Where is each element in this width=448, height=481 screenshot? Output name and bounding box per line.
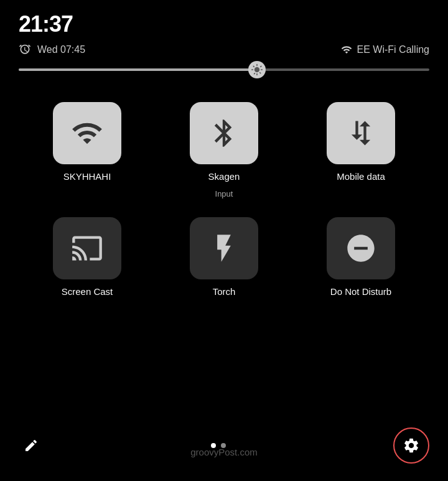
tile-bluetooth[interactable]: Skagen Input [156, 102, 292, 198]
tile-label-wifi: SKYHHAHI [63, 170, 111, 183]
settings-button[interactable] [393, 427, 429, 464]
dot-2 [221, 443, 226, 448]
network-label: EE Wi-Fi Calling [357, 44, 429, 55]
alarm-time: Wed 07:45 [37, 44, 85, 55]
bottom-bar [0, 416, 448, 481]
signal-icon [341, 44, 352, 55]
brightness-row [0, 68, 448, 90]
brightness-slider[interactable] [19, 68, 429, 71]
tile-wifi[interactable]: SKYHHAHI [19, 102, 156, 198]
info-bar: Wed 07:45 EE Wi-Fi Calling [0, 44, 448, 68]
tile-label-torch: Torch [213, 286, 236, 298]
tile-mobile-data[interactable]: Mobile data [292, 102, 429, 198]
brightness-fill [19, 68, 257, 71]
brightness-icon [251, 63, 263, 76]
brightness-thumb[interactable] [248, 61, 266, 78]
tile-dnd[interactable]: Do Not Disturb [292, 217, 429, 298]
tile-icon-screencast[interactable] [53, 217, 121, 279]
dnd-icon [345, 232, 377, 264]
dot-1 [211, 443, 216, 448]
bluetooth-icon [208, 117, 240, 149]
dot-indicators [211, 443, 226, 448]
wifi-icon [71, 117, 103, 149]
torch-icon [208, 232, 240, 264]
tile-icon-torch[interactable] [190, 217, 258, 279]
tile-screencast[interactable]: Screen Cast [19, 217, 156, 298]
tile-label-dnd: Do Not Disturb [330, 286, 391, 298]
tile-icon-mobile-data[interactable] [327, 102, 395, 164]
screencast-icon [71, 232, 103, 264]
tile-icon-dnd[interactable] [327, 217, 395, 279]
tile-icon-bluetooth[interactable] [190, 102, 258, 164]
edit-button[interactable] [19, 433, 44, 458]
alarm-info: Wed 07:45 [19, 44, 85, 56]
clock: 21:37 [19, 11, 73, 37]
tile-sublabel-bluetooth: Input [215, 189, 233, 198]
tile-icon-wifi[interactable] [53, 102, 121, 164]
tile-torch[interactable]: Torch [156, 217, 292, 298]
arrows-updown-icon [345, 117, 377, 149]
tiles-grid: SKYHHAHI Skagen Input Mobile data Screen… [0, 90, 448, 310]
tile-label-bluetooth: Skagen [208, 170, 240, 183]
settings-icon [403, 437, 420, 454]
alarm-icon [19, 44, 31, 56]
edit-icon [24, 438, 39, 453]
tile-label-screencast: Screen Cast [62, 286, 113, 298]
status-bar: 21:37 [0, 0, 448, 44]
network-info: EE Wi-Fi Calling [341, 44, 429, 55]
tile-label-mobile-data: Mobile data [337, 170, 385, 183]
